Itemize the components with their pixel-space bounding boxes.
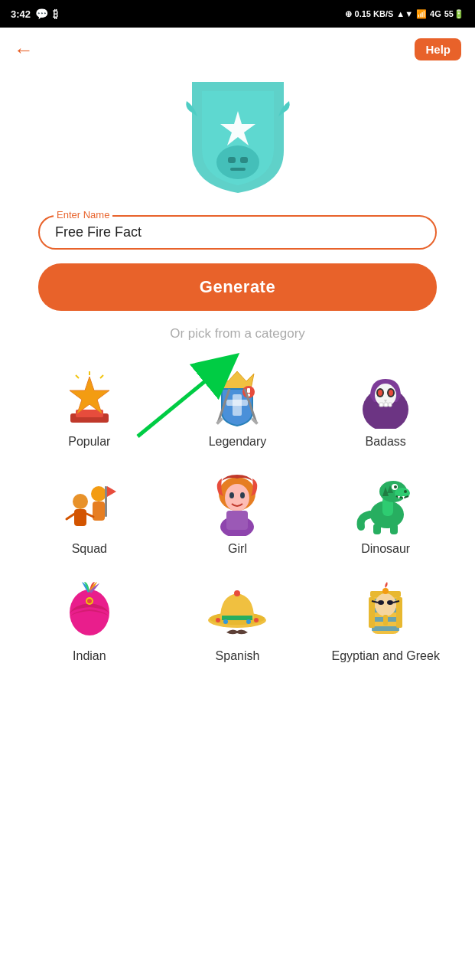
top-nav: ← Help: [0, 28, 475, 67]
dinosaur-label: Dinosaur: [361, 542, 410, 556]
squad-icon: [59, 475, 120, 536]
svg-point-65: [234, 590, 240, 596]
squad-label: Squad: [72, 542, 107, 556]
svg-point-78: [378, 600, 384, 605]
help-button[interactable]: Help: [415, 38, 461, 60]
legendary-label: Legendary: [209, 435, 267, 449]
svg-point-32: [91, 486, 106, 501]
dinosaur-icon: [355, 475, 416, 536]
signal-icon: 📶: [416, 9, 427, 19]
popular-icon: [59, 368, 120, 429]
category-item-girl[interactable]: Girl: [164, 467, 312, 567]
girl-icon: [207, 475, 268, 536]
category-item-badass[interactable]: Badass: [311, 360, 460, 459]
logo-area: [0, 74, 475, 197]
svg-rect-73: [372, 626, 399, 631]
network-speed: 0.15 KB/S: [355, 9, 394, 18]
girl-label: Girl: [228, 542, 247, 556]
svg-rect-82: [383, 615, 388, 626]
svg-point-79: [387, 600, 393, 605]
category-prompt: Or pick from a category: [0, 326, 475, 341]
popular-label: Popular: [68, 435, 110, 449]
app-logo: [181, 74, 295, 197]
svg-rect-30: [384, 403, 388, 407]
generate-button[interactable]: Generate: [38, 263, 437, 311]
svg-point-42: [229, 492, 234, 498]
status-right: ⊕ 0.15 KB/S ▲▼ 📶 4G 55🔋: [345, 9, 464, 19]
svg-rect-33: [93, 501, 105, 521]
input-section: Enter Name: [0, 215, 475, 250]
sim-icon: 4G: [430, 9, 441, 18]
svg-marker-9: [70, 377, 109, 413]
name-input-wrapper: Enter Name: [38, 215, 437, 250]
indian-label: Indian: [73, 649, 106, 663]
svg-point-61: [87, 599, 92, 603]
svg-rect-31: [389, 403, 392, 407]
svg-rect-56: [390, 524, 398, 534]
svg-point-69: [254, 618, 259, 622]
svg-point-66: [216, 618, 220, 622]
badass-label: Badass: [365, 435, 405, 449]
svg-line-11: [100, 375, 103, 378]
svg-rect-45: [226, 511, 248, 530]
svg-rect-3: [240, 157, 248, 163]
egyptian-icon: [355, 582, 416, 643]
svg-point-83: [382, 588, 389, 594]
category-grid: Popular: [0, 360, 475, 674]
svg-rect-29: [379, 403, 383, 407]
svg-point-1: [216, 145, 259, 179]
category-item-popular[interactable]: Popular: [15, 360, 164, 459]
svg-rect-17: [247, 388, 250, 393]
battery-icon: 55🔋: [444, 9, 464, 19]
svg-point-51: [394, 485, 397, 488]
svg-rect-37: [74, 509, 86, 526]
back-button[interactable]: ←: [14, 40, 34, 60]
whatsapp-icon: 💬: [35, 8, 48, 20]
category-item-squad[interactable]: Squad: [15, 467, 164, 567]
data-icon: ▲▼: [396, 9, 413, 18]
svg-rect-2: [228, 157, 236, 163]
svg-rect-55: [373, 524, 381, 534]
svg-line-12: [76, 375, 79, 378]
svg-marker-35: [107, 486, 116, 497]
generate-section: Generate: [0, 263, 475, 311]
indian-icon: [59, 582, 120, 643]
svg-rect-64: [222, 616, 252, 620]
name-input[interactable]: [55, 224, 420, 240]
svg-rect-4: [230, 168, 246, 171]
time-display: 3:42: [11, 8, 31, 20]
bluetooth-icon: ⊕: [345, 9, 352, 19]
svg-point-68: [246, 619, 251, 624]
bitcoin-icon: ₿: [53, 8, 58, 20]
input-label: Enter Name: [54, 209, 112, 220]
svg-point-41: [225, 484, 249, 511]
status-left: 3:42 💬 ₿: [11, 8, 58, 20]
svg-rect-34: [105, 486, 107, 517]
spanish-icon: [207, 582, 268, 643]
badass-icon: [355, 368, 416, 429]
spanish-label: Spanish: [216, 649, 260, 663]
egyptian-label: Egyptian and Greek: [331, 649, 439, 663]
legendary-icon: [207, 368, 268, 429]
svg-rect-15: [226, 400, 248, 406]
svg-point-27: [378, 390, 382, 396]
category-item-dinosaur[interactable]: Dinosaur: [311, 467, 460, 567]
svg-point-43: [240, 492, 245, 498]
category-item-legendary[interactable]: Legendary: [164, 360, 312, 459]
category-item-indian[interactable]: Indian: [15, 574, 164, 674]
svg-point-36: [73, 494, 88, 509]
status-bar: 3:42 💬 ₿ ⊕ 0.15 KB/S ▲▼ 📶 4G 55🔋: [0, 0, 475, 28]
svg-point-77: [375, 593, 396, 616]
svg-point-67: [223, 619, 228, 624]
category-item-egyptian[interactable]: Egyptian and Greek: [311, 574, 460, 674]
svg-point-28: [389, 390, 393, 396]
svg-point-52: [404, 490, 407, 493]
category-item-spanish[interactable]: Spanish: [164, 574, 312, 674]
svg-point-59: [70, 590, 109, 635]
